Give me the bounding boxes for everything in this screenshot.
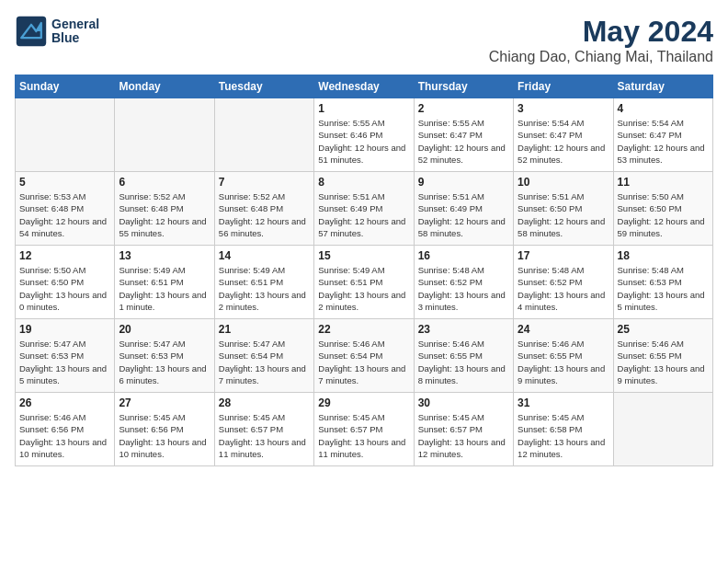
calendar-cell: 20 Sunrise: 5:47 AM Sunset: 6:53 PM Dayl… xyxy=(115,319,214,393)
calendar-cell: 27 Sunrise: 5:45 AM Sunset: 6:56 PM Dayl… xyxy=(115,393,214,466)
day-number: 16 xyxy=(418,249,509,262)
calendar-cell: 10 Sunrise: 5:51 AM Sunset: 6:50 PM Dayl… xyxy=(514,172,613,246)
cell-info: Sunrise: 5:46 AM Sunset: 6:56 PM Dayligh… xyxy=(19,411,110,460)
calendar-cell: 29 Sunrise: 5:45 AM Sunset: 6:57 PM Dayl… xyxy=(314,393,414,466)
day-number: 7 xyxy=(219,176,310,189)
day-number: 22 xyxy=(318,323,409,336)
cell-info: Sunrise: 5:52 AM Sunset: 6:48 PM Dayligh… xyxy=(119,190,210,239)
day-number: 3 xyxy=(518,102,609,115)
cell-info: Sunrise: 5:51 AM Sunset: 6:50 PM Dayligh… xyxy=(518,190,609,239)
cell-info: Sunrise: 5:47 AM Sunset: 6:53 PM Dayligh… xyxy=(19,338,110,386)
location-title: Chiang Dao, Chiang Mai, Thailand xyxy=(489,49,713,65)
calendar-week-row: 1 Sunrise: 5:55 AM Sunset: 6:46 PM Dayli… xyxy=(16,98,713,172)
calendar-cell xyxy=(115,98,214,172)
cell-info: Sunrise: 5:55 AM Sunset: 6:46 PM Dayligh… xyxy=(318,117,409,166)
calendar-cell: 15 Sunrise: 5:49 AM Sunset: 6:51 PM Dayl… xyxy=(314,246,414,319)
cell-info: Sunrise: 5:54 AM Sunset: 6:47 PM Dayligh… xyxy=(518,117,609,166)
calendar-cell: 18 Sunrise: 5:48 AM Sunset: 6:53 PM Dayl… xyxy=(613,246,712,319)
calendar-cell: 26 Sunrise: 5:46 AM Sunset: 6:56 PM Dayl… xyxy=(16,393,115,466)
calendar-week-row: 5 Sunrise: 5:53 AM Sunset: 6:48 PM Dayli… xyxy=(16,172,713,246)
day-number: 6 xyxy=(119,176,210,189)
calendar-cell: 6 Sunrise: 5:52 AM Sunset: 6:48 PM Dayli… xyxy=(115,172,214,246)
cell-info: Sunrise: 5:51 AM Sunset: 6:49 PM Dayligh… xyxy=(418,190,509,239)
day-number: 12 xyxy=(19,249,110,262)
calendar-cell: 30 Sunrise: 5:45 AM Sunset: 6:57 PM Dayl… xyxy=(414,393,513,466)
calendar-cell: 22 Sunrise: 5:46 AM Sunset: 6:54 PM Dayl… xyxy=(314,319,414,393)
weekday-header: Saturday xyxy=(613,75,712,98)
calendar-cell: 23 Sunrise: 5:46 AM Sunset: 6:55 PM Dayl… xyxy=(414,319,513,393)
logo: General Blue xyxy=(15,15,99,48)
cell-info: Sunrise: 5:48 AM Sunset: 6:53 PM Dayligh… xyxy=(618,264,709,313)
cell-info: Sunrise: 5:50 AM Sunset: 6:50 PM Dayligh… xyxy=(19,264,110,313)
day-number: 14 xyxy=(219,249,310,262)
day-number: 24 xyxy=(518,323,609,336)
day-number: 13 xyxy=(119,249,210,262)
cell-info: Sunrise: 5:54 AM Sunset: 6:47 PM Dayligh… xyxy=(618,117,709,166)
cell-info: Sunrise: 5:47 AM Sunset: 6:53 PM Dayligh… xyxy=(119,338,210,386)
cell-info: Sunrise: 5:51 AM Sunset: 6:49 PM Dayligh… xyxy=(318,190,409,239)
cell-info: Sunrise: 5:47 AM Sunset: 6:54 PM Dayligh… xyxy=(219,338,310,386)
day-number: 29 xyxy=(318,396,409,409)
day-number: 2 xyxy=(418,102,509,115)
calendar-cell xyxy=(16,98,115,172)
calendar-cell: 5 Sunrise: 5:53 AM Sunset: 6:48 PM Dayli… xyxy=(16,172,115,246)
day-number: 17 xyxy=(518,249,609,262)
calendar-cell: 28 Sunrise: 5:45 AM Sunset: 6:57 PM Dayl… xyxy=(214,393,313,466)
cell-info: Sunrise: 5:48 AM Sunset: 6:52 PM Dayligh… xyxy=(418,264,509,313)
calendar-cell: 31 Sunrise: 5:45 AM Sunset: 6:58 PM Dayl… xyxy=(514,393,613,466)
calendar-week-row: 26 Sunrise: 5:46 AM Sunset: 6:56 PM Dayl… xyxy=(16,393,713,466)
cell-info: Sunrise: 5:48 AM Sunset: 6:52 PM Dayligh… xyxy=(518,264,609,313)
cell-info: Sunrise: 5:46 AM Sunset: 6:55 PM Dayligh… xyxy=(418,338,509,386)
cell-info: Sunrise: 5:52 AM Sunset: 6:48 PM Dayligh… xyxy=(219,190,310,239)
calendar-cell: 9 Sunrise: 5:51 AM Sunset: 6:49 PM Dayli… xyxy=(414,172,513,246)
cell-info: Sunrise: 5:49 AM Sunset: 6:51 PM Dayligh… xyxy=(119,264,210,313)
day-number: 11 xyxy=(618,176,709,189)
title-block: May 2024 Chiang Dao, Chiang Mai, Thailan… xyxy=(489,15,713,65)
logo-text: General Blue xyxy=(51,17,99,46)
weekday-header: Friday xyxy=(514,75,613,98)
day-number: 18 xyxy=(618,249,709,262)
calendar-cell: 21 Sunrise: 5:47 AM Sunset: 6:54 PM Dayl… xyxy=(214,319,313,393)
weekday-header: Monday xyxy=(115,75,214,98)
day-number: 4 xyxy=(618,102,709,115)
day-number: 26 xyxy=(19,396,110,409)
calendar-cell: 3 Sunrise: 5:54 AM Sunset: 6:47 PM Dayli… xyxy=(514,98,613,172)
day-number: 27 xyxy=(119,396,210,409)
cell-info: Sunrise: 5:45 AM Sunset: 6:57 PM Dayligh… xyxy=(318,411,409,460)
calendar-cell: 25 Sunrise: 5:46 AM Sunset: 6:55 PM Dayl… xyxy=(613,319,712,393)
calendar-cell: 2 Sunrise: 5:55 AM Sunset: 6:47 PM Dayli… xyxy=(414,98,513,172)
day-number: 25 xyxy=(618,323,709,336)
day-number: 9 xyxy=(418,176,509,189)
day-number: 8 xyxy=(318,176,409,189)
cell-info: Sunrise: 5:45 AM Sunset: 6:57 PM Dayligh… xyxy=(219,411,310,460)
calendar-week-row: 12 Sunrise: 5:50 AM Sunset: 6:50 PM Dayl… xyxy=(16,246,713,319)
calendar-cell: 4 Sunrise: 5:54 AM Sunset: 6:47 PM Dayli… xyxy=(613,98,712,172)
day-number: 21 xyxy=(219,323,310,336)
cell-info: Sunrise: 5:46 AM Sunset: 6:54 PM Dayligh… xyxy=(318,338,409,386)
calendar-cell: 12 Sunrise: 5:50 AM Sunset: 6:50 PM Dayl… xyxy=(16,246,115,319)
weekday-header: Thursday xyxy=(414,75,513,98)
calendar-cell: 1 Sunrise: 5:55 AM Sunset: 6:46 PM Dayli… xyxy=(314,98,414,172)
calendar-cell: 14 Sunrise: 5:49 AM Sunset: 6:51 PM Dayl… xyxy=(214,246,313,319)
cell-info: Sunrise: 5:53 AM Sunset: 6:48 PM Dayligh… xyxy=(19,190,110,239)
cell-info: Sunrise: 5:46 AM Sunset: 6:55 PM Dayligh… xyxy=(618,338,709,386)
calendar-cell: 7 Sunrise: 5:52 AM Sunset: 6:48 PM Dayli… xyxy=(214,172,313,246)
calendar-cell xyxy=(214,98,313,172)
cell-info: Sunrise: 5:55 AM Sunset: 6:47 PM Dayligh… xyxy=(418,117,509,166)
calendar-week-row: 19 Sunrise: 5:47 AM Sunset: 6:53 PM Dayl… xyxy=(16,319,713,393)
cell-info: Sunrise: 5:49 AM Sunset: 6:51 PM Dayligh… xyxy=(219,264,310,313)
cell-info: Sunrise: 5:45 AM Sunset: 6:57 PM Dayligh… xyxy=(418,411,509,460)
logo-icon xyxy=(15,15,48,48)
day-number: 20 xyxy=(119,323,210,336)
calendar-header-row: SundayMondayTuesdayWednesdayThursdayFrid… xyxy=(16,75,713,98)
cell-info: Sunrise: 5:45 AM Sunset: 6:58 PM Dayligh… xyxy=(518,411,609,460)
calendar-cell: 24 Sunrise: 5:46 AM Sunset: 6:55 PM Dayl… xyxy=(514,319,613,393)
calendar-table: SundayMondayTuesdayWednesdayThursdayFrid… xyxy=(15,75,713,466)
calendar-cell xyxy=(613,393,712,466)
day-number: 23 xyxy=(418,323,509,336)
calendar-cell: 13 Sunrise: 5:49 AM Sunset: 6:51 PM Dayl… xyxy=(115,246,214,319)
calendar-cell: 11 Sunrise: 5:50 AM Sunset: 6:50 PM Dayl… xyxy=(613,172,712,246)
calendar-cell: 16 Sunrise: 5:48 AM Sunset: 6:52 PM Dayl… xyxy=(414,246,513,319)
day-number: 15 xyxy=(318,249,409,262)
weekday-header: Sunday xyxy=(16,75,115,98)
